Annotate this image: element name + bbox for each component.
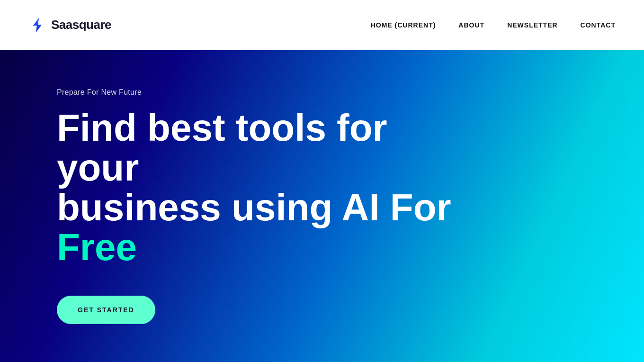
hero-title-line1: Find best tools for your [57,107,387,189]
nav-item-about[interactable]: ABOUT [458,21,484,29]
nav-item-home[interactable]: HOME (CURRENT) [371,21,436,29]
nav-link-newsletter[interactable]: NEWSLETTER [507,21,557,29]
hero-subtitle: Prepare For New Future [57,88,644,97]
get-started-button[interactable]: GET STARTED [57,296,155,324]
nav-link-about[interactable]: ABOUT [458,21,484,29]
nav-link-home[interactable]: HOME (CURRENT) [371,21,436,29]
hero-title-line2: business using AI For [57,186,451,228]
nav-links: HOME (CURRENT) ABOUT NEWSLETTER CONTACT [371,21,616,29]
nav-link-contact[interactable]: CONTACT [581,21,616,29]
nav-item-contact[interactable]: CONTACT [581,21,616,29]
logo[interactable]: Saasquare [28,16,111,34]
hero-title-highlight: Free [57,226,137,268]
hero-title: Find best tools for your business using … [57,108,459,267]
nav-item-newsletter[interactable]: NEWSLETTER [507,21,557,29]
hero-section: Prepare For New Future Find best tools f… [0,0,644,362]
logo-text: Saasquare [51,18,111,32]
navbar: Saasquare HOME (CURRENT) ABOUT NEWSLETTE… [0,0,644,50]
logo-icon [28,16,46,34]
